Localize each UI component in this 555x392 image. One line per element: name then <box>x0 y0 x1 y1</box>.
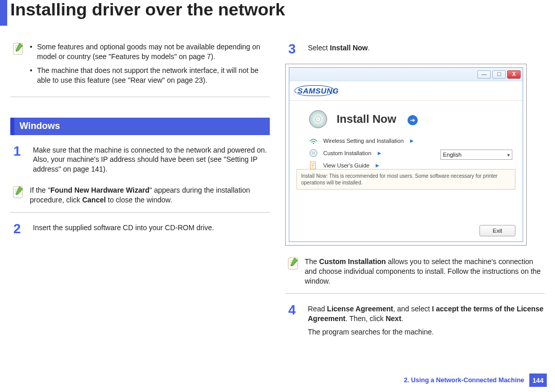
t: to close the window. <box>106 196 172 204</box>
maximize-button[interactable]: ☐ <box>492 70 506 79</box>
language-value: English <box>443 152 461 158</box>
page-footer: 2. Using a Network-Connected Machine 144 <box>404 374 547 387</box>
minimize-button[interactable]: — <box>477 70 491 79</box>
option-label: Wireless Setting and Installation <box>323 138 404 144</box>
note-item: The machine that does not support the ne… <box>30 66 268 85</box>
note-box-wizard: If the "Found New Hardware Wizard" appea… <box>10 182 270 213</box>
exit-button[interactable]: Exit <box>479 225 515 236</box>
svg-point-5 <box>313 143 314 144</box>
doc-icon <box>309 161 318 170</box>
step-1: 1 Make sure that the machine is connecte… <box>10 144 270 175</box>
close-button[interactable]: X <box>507 70 521 79</box>
left-column: Some features and optional goods may not… <box>10 42 270 349</box>
language-select[interactable]: English <box>440 150 512 160</box>
step-4: 4 Read License Agreement, and select I a… <box>285 303 545 342</box>
page-number: 144 <box>529 374 547 387</box>
t: If the " <box>30 186 50 194</box>
footer-chapter: 2. Using a Network-Connected Machine <box>404 377 524 384</box>
step-number: 2 <box>13 222 26 235</box>
arrow-icon: ➔ <box>408 115 418 125</box>
t: Custom Installation <box>319 257 386 266</box>
installer-screenshot: — ☐ X SAMSUNG Install Now <box>285 64 527 246</box>
note-icon <box>12 42 25 55</box>
samsung-logo: SAMSUNG <box>298 86 331 95</box>
note-text: The Custom Installation allows you to se… <box>305 257 543 286</box>
svg-point-4 <box>317 118 319 120</box>
svg-point-7 <box>312 152 314 154</box>
install-now-row[interactable]: Install Now ➔ <box>289 101 523 135</box>
t: , and select <box>393 305 432 313</box>
note-icon <box>287 257 300 270</box>
installer-window: — ☐ X SAMSUNG Install Now <box>289 67 523 242</box>
step-body: Insert the supplied software CD into you… <box>33 222 214 235</box>
chevron-right-icon: ▶ <box>410 138 414 143</box>
step-2: 2 Insert the supplied software CD into y… <box>10 222 270 235</box>
section-heading: Windows <box>10 118 270 135</box>
install-now-label: Install Now <box>337 113 396 126</box>
window-titlebar: — ☐ X <box>289 68 523 81</box>
note-box-custom: The Custom Installation allows you to se… <box>285 254 545 294</box>
right-column: 3 Select Install Now. — ☐ X SAMSUNG <box>285 42 545 349</box>
t: Select <box>308 44 330 52</box>
note-text: Some features and optional goods may not… <box>30 42 268 89</box>
step-body: Select Install Now. <box>308 42 370 55</box>
t: The <box>305 257 319 266</box>
t: Cancel <box>82 196 106 204</box>
cd-icon <box>308 109 328 129</box>
t: Install Now <box>330 44 368 52</box>
step-3: 3 Select Install Now. <box>285 42 545 55</box>
page-title: Installing driver over the network <box>7 0 285 19</box>
section-title: Windows <box>14 118 270 135</box>
brand-bar: SAMSUNG <box>289 81 523 101</box>
t: . Then, click <box>345 314 385 323</box>
note-box-top: Some features and optional goods may not… <box>10 42 270 97</box>
step-number: 1 <box>13 144 26 175</box>
option-label: View User's Guide <box>323 162 369 169</box>
note-item: Some features and optional goods may not… <box>30 42 268 62</box>
t: Next <box>385 314 401 323</box>
note-text: If the "Found New Hardware Wizard" appea… <box>30 185 268 205</box>
t: Read <box>308 305 327 313</box>
step-number: 4 <box>288 303 301 342</box>
option-label: Custom Installation <box>323 150 372 156</box>
t: The program searches for the machine. <box>308 327 545 337</box>
window-body: SAMSUNG Install Now ➔ Wireless Setting a… <box>289 81 523 241</box>
description-box: Install Now: This is recommended for mos… <box>297 169 515 190</box>
t: . <box>368 44 370 52</box>
step-body: Make sure that the machine is connected … <box>33 144 270 175</box>
t: Found New Hardware Wizard <box>50 186 150 194</box>
t: . <box>401 314 403 323</box>
wireless-icon <box>309 136 318 145</box>
step-number: 3 <box>288 42 301 55</box>
gear-cd-icon <box>309 148 318 158</box>
section-accent <box>10 118 14 135</box>
step-body: Read License Agreement, and select I acc… <box>308 303 545 342</box>
option-wireless[interactable]: Wireless Setting and Installation ▶ <box>289 135 523 147</box>
page-title-bar: Installing driver over the network <box>0 0 555 29</box>
chevron-right-icon: ▶ <box>376 163 379 168</box>
title-accent <box>0 0 7 26</box>
t: License Agreement <box>327 305 393 313</box>
note-icon <box>12 185 25 199</box>
chevron-right-icon: ▶ <box>378 151 381 156</box>
exit-row: Exit <box>479 225 515 236</box>
